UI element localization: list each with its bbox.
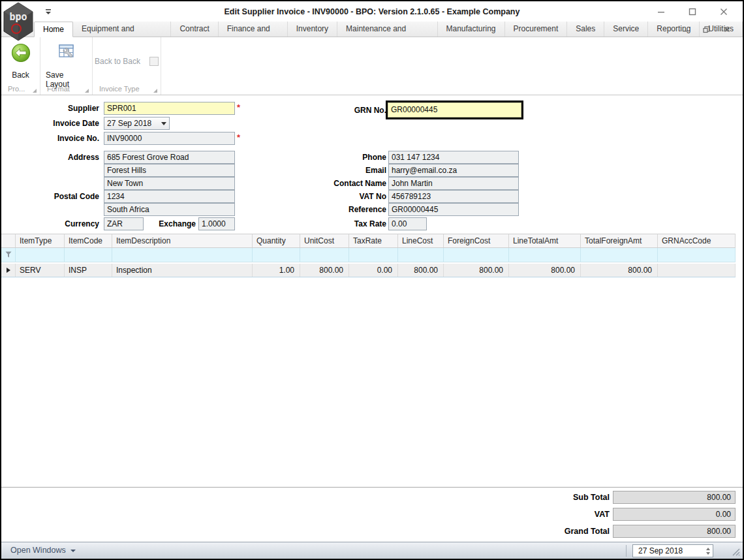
col-header-taxrate[interactable]: TaxRate xyxy=(349,234,398,247)
spin-up-icon[interactable] xyxy=(706,548,710,550)
col-header-itemcode[interactable]: ItemCode xyxy=(65,234,112,247)
close-icon[interactable] xyxy=(714,5,734,18)
contact-name-field[interactable]: John Martin xyxy=(388,177,519,190)
col-header-itemtype[interactable]: ItemType xyxy=(16,234,65,247)
invoice-no-field[interactable]: INV90000 xyxy=(104,132,235,145)
minimize-icon[interactable] xyxy=(651,5,671,18)
cell-itemtype[interactable]: SERV xyxy=(16,264,65,277)
filter-cell[interactable] xyxy=(112,248,253,262)
grn-no-label: GRN No. xyxy=(288,104,386,117)
grid-indicator-header xyxy=(1,234,16,247)
grn-no-field[interactable]: GR00000445 xyxy=(388,102,521,117)
col-header-foreigncost[interactable]: ForeignCost xyxy=(444,234,509,247)
supplier-label: Supplier xyxy=(1,102,99,115)
grid-filter-row[interactable] xyxy=(1,248,736,262)
tab-procurement[interactable]: Procurement xyxy=(505,22,568,37)
reference-field[interactable]: GR00000445 xyxy=(388,203,519,216)
postal-code-field[interactable]: 1234 xyxy=(104,190,235,203)
filter-cell[interactable] xyxy=(349,248,398,262)
back-to-back-checkbox[interactable] xyxy=(149,57,159,66)
filter-cell[interactable] xyxy=(509,248,581,262)
cell-linecost[interactable]: 800.00 xyxy=(398,264,444,277)
format-dialog-launcher-icon[interactable] xyxy=(85,89,89,93)
open-windows-label: Open Windows xyxy=(10,546,66,555)
invoice-date-dropdown-icon[interactable] xyxy=(161,122,166,125)
supplier-field[interactable]: SPR001 xyxy=(104,102,235,115)
filter-cell[interactable] xyxy=(300,248,349,262)
line-items-grid: ItemType ItemCode ItemDescription Quanti… xyxy=(1,234,736,277)
maximize-icon[interactable] xyxy=(683,5,702,18)
filter-cell[interactable] xyxy=(444,248,509,262)
tab-home[interactable]: Home xyxy=(34,22,73,37)
phone-field[interactable]: 031 147 1234 xyxy=(388,151,519,164)
tax-rate-field[interactable]: 0.00 xyxy=(388,217,427,230)
tab-equipment-and-locations[interactable]: Equipment and Locations xyxy=(73,22,171,37)
col-header-linecost[interactable]: LineCost xyxy=(398,234,444,247)
col-header-totalforeignamt[interactable]: TotalForeignAmt xyxy=(581,234,658,247)
grand-total-label: Grand Total xyxy=(479,525,610,538)
cell-totalforeignamt[interactable]: 800.00 xyxy=(581,264,658,277)
cell-linetotalamt[interactable]: 800.00 xyxy=(509,264,581,277)
tab-service[interactable]: Service xyxy=(604,22,648,37)
vat-label: VAT xyxy=(479,508,610,521)
currency-field[interactable]: ZAR xyxy=(104,217,144,230)
ribbon-group-process: Back Pro... xyxy=(1,37,40,95)
grid-data-row[interactable]: SERV INSP Inspection 1.00 800.00 0.00 80… xyxy=(1,264,736,277)
cell-taxrate[interactable]: 0.00 xyxy=(349,264,398,277)
country-field[interactable]: South Africa xyxy=(104,203,235,216)
spin-down-icon[interactable] xyxy=(706,552,710,555)
filter-cell[interactable] xyxy=(65,248,112,262)
save-layout-button[interactable]: Save Layout xyxy=(40,39,92,90)
email-field[interactable]: harry@email.co.za xyxy=(388,164,519,177)
cell-grnacccode[interactable] xyxy=(658,264,736,277)
filter-cell[interactable] xyxy=(658,248,736,262)
address-line3-field[interactable]: New Town xyxy=(104,177,235,190)
col-header-itemdescription[interactable]: ItemDescription xyxy=(112,234,253,247)
address-line1-field[interactable]: 685 Forest Grove Road xyxy=(104,151,235,164)
ribbon-group-invoice-type-label: Invoice Type xyxy=(93,84,161,94)
app-window: Edit Supplier Invoice - INV90000 - BPO: … xyxy=(0,0,744,560)
exchange-field[interactable]: 1.0000 xyxy=(198,217,235,230)
invoice-no-label: Invoice No. xyxy=(1,132,99,145)
invoice-no-required-marker: * xyxy=(237,132,243,142)
window-title: Edit Supplier Invoice - INV90000 - BPO: … xyxy=(1,7,743,16)
process-dialog-launcher-icon[interactable] xyxy=(33,89,37,93)
logo-text: bpo xyxy=(9,11,27,23)
cell-itemcode[interactable]: INSP xyxy=(65,264,112,277)
address-line2-field[interactable]: Forest Hills xyxy=(104,164,235,177)
back-icon xyxy=(10,42,31,66)
tab-manufacturing[interactable]: Manufacturing xyxy=(438,22,505,37)
statusbar-date-value[interactable]: 27 Sep 2018 xyxy=(633,545,703,557)
col-header-unitcost[interactable]: UnitCost xyxy=(300,234,349,247)
back-button[interactable]: Back xyxy=(5,39,37,81)
mdi-close-icon[interactable] xyxy=(722,25,732,34)
tab-inventory[interactable]: Inventory xyxy=(288,22,337,37)
tab-finance-and-hr[interactable]: Finance and HR xyxy=(219,22,288,37)
filter-cell[interactable] xyxy=(398,248,444,262)
invoice-date-field[interactable]: 27 Sep 2018 xyxy=(104,117,170,130)
col-header-quantity[interactable]: Quantity xyxy=(253,234,300,247)
invoice-type-dialog-launcher-icon[interactable] xyxy=(153,89,157,93)
filter-cell[interactable] xyxy=(16,248,65,262)
filter-cell[interactable] xyxy=(253,248,300,262)
filter-cell[interactable] xyxy=(581,248,658,262)
tab-contract[interactable]: Contract xyxy=(171,22,218,37)
cell-foreigncost[interactable]: 800.00 xyxy=(444,264,509,277)
col-header-linetotalamt[interactable]: LineTotalAmt xyxy=(509,234,581,247)
cell-unitcost[interactable]: 800.00 xyxy=(300,264,349,277)
date-spinner[interactable] xyxy=(703,545,713,557)
mdi-minimize-icon[interactable] xyxy=(680,25,690,34)
tab-sales[interactable]: Sales xyxy=(567,22,604,37)
open-windows-button[interactable]: Open Windows xyxy=(10,546,76,555)
col-header-grnacccode[interactable]: GRNAccCode xyxy=(658,234,736,247)
ribbon: Back Pro... xyxy=(1,37,743,95)
mdi-restore-icon[interactable] xyxy=(701,25,711,34)
vat-no-field[interactable]: 456789123 xyxy=(388,190,519,203)
contact-name-label: Contact Name xyxy=(288,177,386,190)
tab-maintenance-and-projects[interactable]: Maintenance and Projects xyxy=(337,22,437,37)
resize-grip-icon[interactable] xyxy=(732,548,741,557)
back-to-back-label: Back to Back xyxy=(95,57,140,66)
cell-quantity[interactable]: 1.00 xyxy=(253,264,300,277)
cell-itemdescription[interactable]: Inspection xyxy=(112,264,253,277)
statusbar-date-editor[interactable]: 27 Sep 2018 xyxy=(632,544,713,557)
